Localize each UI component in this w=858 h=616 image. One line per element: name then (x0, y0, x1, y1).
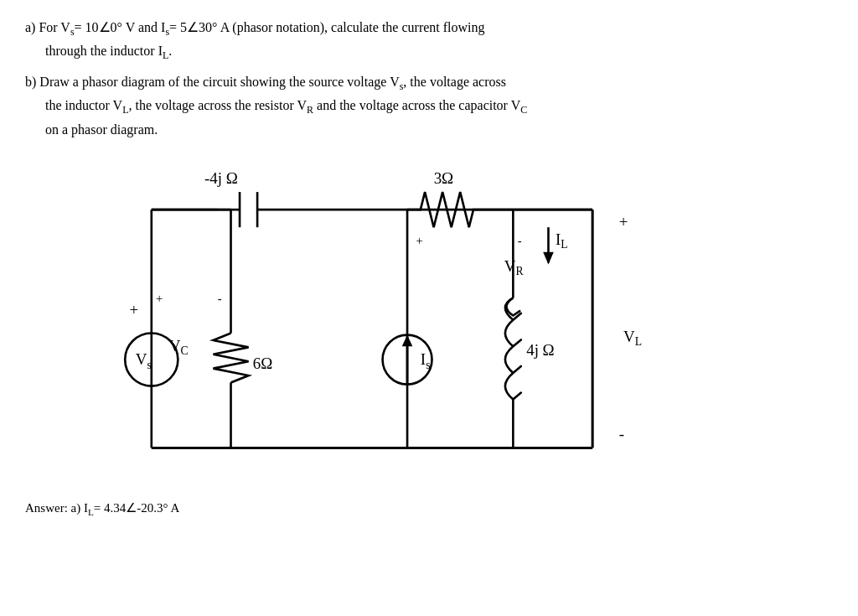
vl-minus: - (619, 425, 624, 443)
vr-plus: + (416, 234, 423, 247)
part-a: a) For Vs= 10∠0° V and Is= 5∠30° A (phas… (25, 17, 833, 65)
vl-label: VL (623, 328, 642, 348)
is-label: Is (421, 351, 431, 371)
problem-text: a) For Vs= 10∠0° V and Is= 5∠30° A (phas… (25, 17, 833, 140)
answer: Answer: a) IL= 4.34∠-20.3° A (25, 500, 833, 517)
svg-marker-17 (402, 335, 413, 347)
svg-marker-21 (543, 252, 554, 265)
circuit-diagram: .circuit-line { stroke: #000; stroke-wid… (75, 157, 704, 492)
capacitor-label: -4j Ω (204, 169, 238, 187)
vc-label: VC (169, 337, 189, 357)
resistor-top-label: 3Ω (434, 169, 454, 187)
vc-minus: - (218, 292, 222, 305)
il-label: IL (556, 230, 568, 251)
vs-label: Vs (136, 351, 152, 371)
vl-plus: + (619, 213, 628, 230)
part-b: b) Draw a phasor diagram of the circuit … (25, 71, 833, 140)
resistor-6-label: 6Ω (253, 355, 273, 372)
vr-label: VR (504, 257, 525, 277)
vs-plus: + (129, 302, 138, 319)
vr-minus: - (518, 234, 522, 247)
answer-text: Answer: a) IL= 4.34∠-20.3° A (25, 500, 833, 517)
vc-plus: + (156, 292, 163, 305)
inductor-label: 4j Ω (526, 341, 555, 359)
